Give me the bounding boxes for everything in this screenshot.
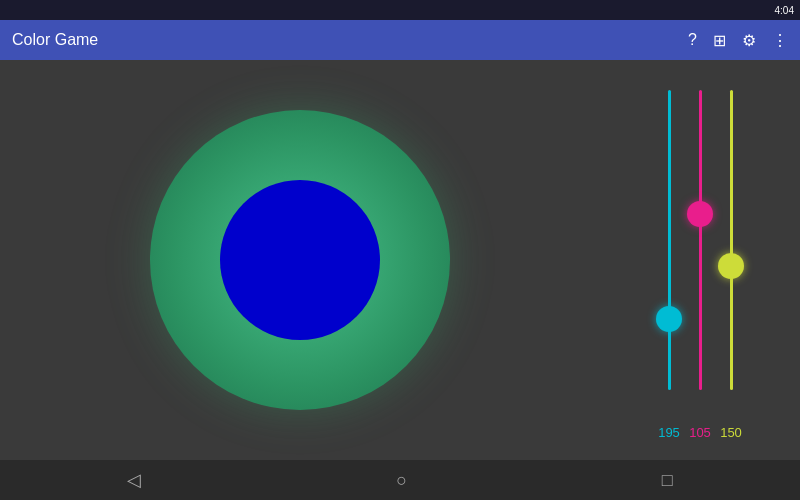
yellow-slider-thumb[interactable]: [718, 253, 744, 279]
more-icon[interactable]: ⋮: [772, 31, 788, 50]
settings-icon[interactable]: ⚙: [742, 31, 756, 50]
back-button[interactable]: ◁: [127, 469, 141, 491]
status-bar: 4:04: [0, 0, 800, 20]
main-content: 195 105 150: [0, 60, 800, 460]
inner-circle: [220, 180, 380, 340]
nav-bar: ◁ ○ □: [0, 460, 800, 500]
cyan-slider-column: 195: [668, 90, 671, 410]
magenta-slider-column: 105: [699, 90, 702, 410]
magenta-slider-thumb[interactable]: [687, 201, 713, 227]
sliders-panel: 195 105 150: [600, 60, 800, 460]
grid-icon[interactable]: ⊞: [713, 31, 726, 50]
cyan-slider-thumb[interactable]: [656, 306, 682, 332]
status-time: 4:04: [775, 5, 794, 16]
yellow-slider-track: [730, 90, 733, 390]
app-title: Color Game: [12, 31, 688, 49]
magenta-slider-value: 105: [689, 425, 711, 440]
magenta-slider-track: [699, 90, 702, 390]
recent-button[interactable]: □: [662, 470, 673, 491]
cyan-slider-track: [668, 90, 671, 390]
circle-visualization: [0, 60, 600, 460]
app-bar-actions: ? ⊞ ⚙ ⋮: [688, 31, 788, 50]
help-icon[interactable]: ?: [688, 31, 697, 49]
yellow-slider-column: 150: [730, 90, 733, 410]
app-bar: Color Game ? ⊞ ⚙ ⋮: [0, 20, 800, 60]
yellow-slider-value: 150: [720, 425, 742, 440]
cyan-slider-value: 195: [658, 425, 680, 440]
home-button[interactable]: ○: [396, 470, 407, 491]
